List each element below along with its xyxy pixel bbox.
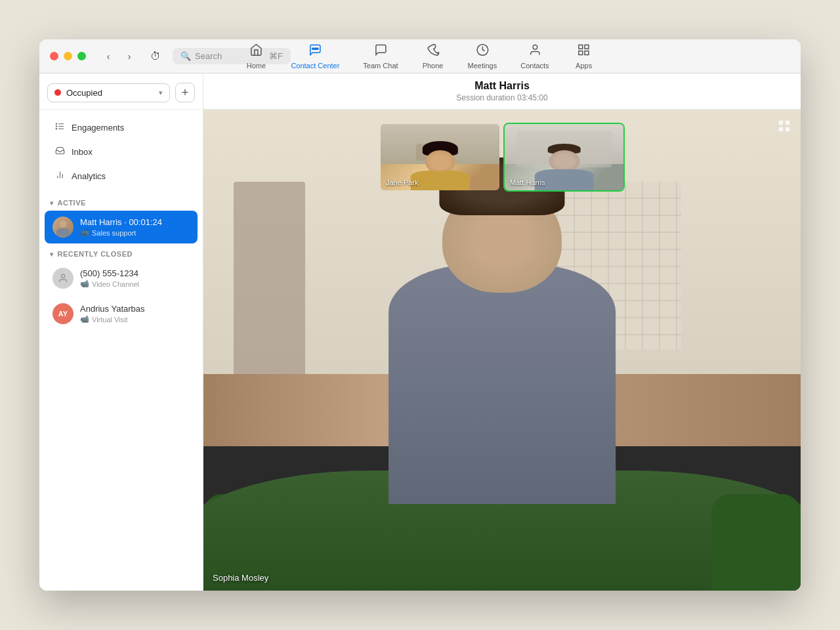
status-label: Occupied — [66, 88, 102, 98]
avatar-generic — [52, 268, 74, 289]
nav-apps-label: Apps — [576, 62, 592, 70]
engagement-info: Matt Harris · 00:01:24 📹 Sales support — [80, 217, 162, 237]
svg-rect-21 — [779, 127, 783, 131]
sidebar: Occupied ▾ + Engagements Inbox — [39, 74, 203, 591]
nav-item-contact-center[interactable]: Contact Center — [279, 39, 351, 74]
search-label: Search — [195, 51, 222, 61]
close-button[interactable] — [50, 52, 58, 60]
maximize-button[interactable] — [77, 52, 86, 60]
jane-park-label: Jane Park — [386, 178, 419, 186]
chevron-down-icon: ▾ — [159, 89, 163, 97]
nav-item-phone[interactable]: Phone — [410, 39, 456, 74]
svg-point-2 — [316, 48, 318, 50]
nav-contacts-label: Contacts — [520, 62, 549, 70]
sidebar-item-inbox[interactable]: Inbox — [45, 140, 198, 163]
nav-item-contacts[interactable]: Contacts — [509, 39, 560, 74]
nav-item-meetings[interactable]: Meetings — [456, 39, 509, 74]
video-header: Matt Harris Session duration 03:45:00 — [203, 74, 801, 110]
thumbnail-matt-harris[interactable]: Matt Harris — [503, 123, 625, 192]
analytics-label: Analytics — [72, 171, 106, 181]
phone-icon — [427, 43, 440, 60]
sidebar-item-engagements[interactable]: Engagements — [45, 116, 198, 139]
engagement-channel: 📹 Sales support — [80, 228, 162, 237]
svg-rect-8 — [585, 51, 589, 54]
video-area: Matt Harris Session duration 03:45:00 — [203, 74, 801, 591]
svg-point-0 — [314, 48, 316, 50]
svg-rect-5 — [579, 45, 583, 49]
channel-name: Video Channel — [92, 280, 139, 288]
engagements-icon — [55, 121, 65, 133]
closed-item-andrius-channel: 📹 Virtual Visit — [80, 315, 145, 324]
inbox-label: Inbox — [72, 147, 93, 157]
active-section-label: ACTIVE — [58, 199, 86, 207]
session-contact-name: Matt Harris — [214, 80, 790, 92]
contact-center-icon — [308, 43, 322, 60]
jane-body — [410, 171, 470, 190]
titlebar: ‹ › ⏱ 🔍 Search ⌘F Home Contact Center — [39, 39, 801, 74]
svg-rect-20 — [786, 121, 789, 125]
engagement-contact-name: Matt Harris · 00:01:24 — [80, 217, 162, 227]
svg-rect-7 — [579, 51, 583, 54]
svg-point-13 — [56, 126, 56, 127]
forward-button[interactable]: › — [120, 47, 138, 66]
grid-view-button[interactable] — [777, 119, 791, 136]
status-dropdown[interactable]: Occupied ▾ — [47, 83, 170, 102]
closed-item-phone[interactable]: (500) 555-1234 📹 Video Channel — [45, 262, 198, 295]
back-button[interactable]: ‹ — [99, 47, 117, 66]
nav-item-team-chat[interactable]: Team Chat — [351, 39, 410, 74]
couch-right — [711, 494, 801, 591]
shelf-decoration — [234, 182, 305, 398]
closed-item-andrius[interactable]: AY Andrius Yatarbas 📹 Virtual Visit — [45, 297, 198, 330]
active-section-header: ▾ ACTIVE — [39, 194, 203, 209]
inbox-icon — [55, 146, 65, 158]
history-button[interactable]: ⏱ — [146, 47, 165, 66]
video-main: Jane Park Matt Harris — [203, 110, 801, 591]
active-engagement-item[interactable]: Matt Harris · 00:01:24 📹 Sales support — [45, 211, 198, 243]
nav-team-chat-label: Team Chat — [363, 62, 398, 70]
svg-point-18 — [61, 274, 64, 278]
closed-item-phone-channel: 📹 Video Channel — [80, 280, 139, 288]
engagements-label: Engagements — [72, 123, 124, 133]
channel-label: Sales support — [92, 229, 136, 237]
video-icon: 📹 — [80, 280, 89, 288]
closed-item-phone-info: (500) 555-1234 📹 Video Channel — [80, 268, 139, 288]
nav-item-apps[interactable]: Apps — [561, 39, 607, 74]
svg-point-12 — [56, 123, 56, 124]
contacts-icon — [528, 43, 541, 60]
video-icon-2: 📹 — [80, 315, 89, 324]
closed-item-andrius-info: Andrius Yatarbas 📹 Virtual Visit — [80, 304, 145, 324]
video-channel-icon: 📹 — [80, 228, 89, 237]
recently-closed-chevron-icon: ▾ — [50, 251, 54, 258]
nav-phone-label: Phone — [423, 62, 444, 70]
sidebar-item-analytics[interactable]: Analytics — [45, 164, 198, 188]
nav-meetings-label: Meetings — [468, 62, 497, 70]
minimize-button[interactable] — [64, 52, 72, 60]
team-chat-icon — [374, 43, 387, 60]
avatar-matt-harris — [52, 217, 74, 238]
thumbnails-row: Jane Park Matt Harris — [379, 123, 625, 192]
app-window: ‹ › ⏱ 🔍 Search ⌘F Home Contact Center — [39, 39, 801, 591]
main-layout: Occupied ▾ + Engagements Inbox — [39, 74, 801, 591]
recently-closed-section-label: RECENTLY CLOSED — [58, 250, 133, 258]
add-button[interactable]: + — [175, 83, 195, 102]
apps-icon — [578, 43, 591, 60]
nav-home-label: Home — [247, 62, 266, 70]
svg-point-14 — [56, 129, 56, 129]
svg-rect-22 — [786, 127, 789, 131]
matt-harris-label: Matt Harris — [510, 178, 545, 186]
avatar-andrius-yatarbas: AY — [52, 303, 74, 324]
nav-contact-center-label: Contact Center — [291, 62, 339, 70]
nav-item-home[interactable]: Home — [233, 39, 279, 74]
search-icon: 🔍 — [180, 51, 191, 61]
svg-rect-6 — [585, 45, 589, 49]
svg-rect-19 — [779, 121, 783, 125]
sidebar-top: Occupied ▾ + — [39, 74, 203, 110]
svg-point-4 — [533, 45, 537, 49]
main-speaker-label: Sophia Mosley — [213, 573, 268, 583]
analytics-icon — [55, 170, 65, 182]
channel-name-2: Virtual Visit — [92, 316, 128, 324]
sidebar-nav: Engagements Inbox Analytics — [39, 110, 203, 194]
thumbnail-jane-park[interactable]: Jane Park — [379, 123, 501, 192]
closed-item-andrius-name: Andrius Yatarbas — [80, 304, 145, 314]
svg-point-1 — [312, 48, 314, 50]
